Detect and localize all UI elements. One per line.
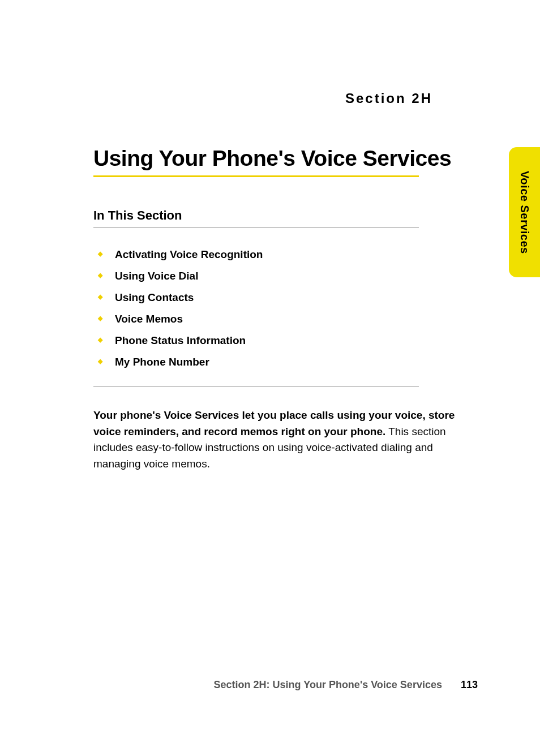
list-item: Phone Status Information [93, 330, 472, 351]
list-item: Voice Memos [93, 308, 472, 330]
page-title: Using Your Phone's Voice Services [93, 146, 472, 171]
list-item: Using Contacts [93, 287, 472, 308]
list-item: My Phone Number [93, 351, 472, 373]
list-item: Using Voice Dial [93, 265, 472, 287]
intro-paragraph: Your phone's Voice Services let you plac… [93, 407, 472, 472]
subsection-rule-bottom [93, 386, 419, 387]
page-number: 113 [461, 679, 478, 690]
page-footer: Section 2H: Using Your Phone's Voice Ser… [0, 679, 478, 691]
title-underline [93, 175, 419, 177]
footer-text: Section 2H: Using Your Phone's Voice Ser… [214, 679, 442, 690]
side-tab-label: Voice Services [518, 171, 531, 254]
toc-list: Activating Voice Recognition Using Voice… [93, 244, 472, 373]
document-page: Section 2H Using Your Phone's Voice Serv… [0, 0, 540, 756]
subsection-title: In This Section [93, 208, 472, 223]
section-label: Section 2H [93, 91, 432, 106]
side-tab: Voice Services [509, 147, 540, 277]
subsection-rule-top [93, 227, 419, 228]
list-item: Activating Voice Recognition [93, 244, 472, 265]
